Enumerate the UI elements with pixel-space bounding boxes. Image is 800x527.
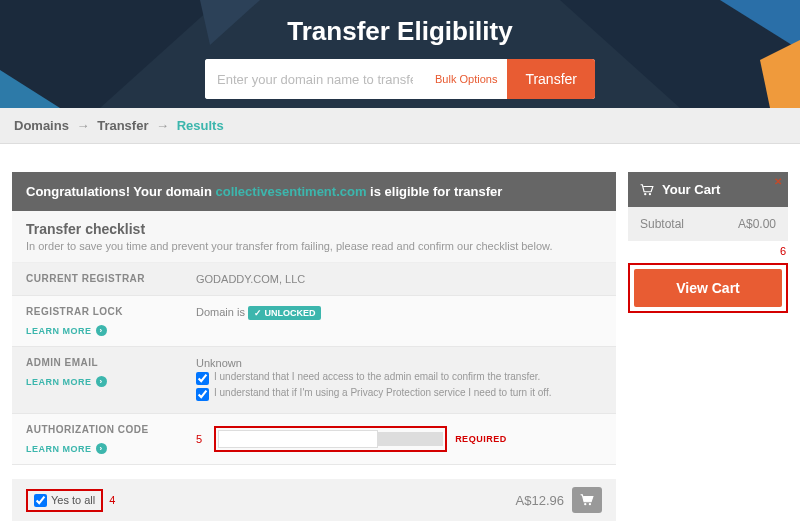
subtotal-label: Subtotal (640, 217, 684, 231)
subtotal-value: A$0.00 (738, 217, 776, 231)
banner-post: is eligible for transfer (366, 184, 502, 199)
svg-point-7 (584, 503, 586, 505)
svg-point-8 (589, 503, 591, 505)
admin-email-checkbox-1[interactable] (196, 372, 209, 385)
annotation-4: 4 (109, 494, 115, 506)
row-current-registrar: CURRENT REGISTRAR GODADDY.COM, LLC (12, 263, 616, 296)
admin-email-text-1: I understand that I need access to the a… (214, 371, 540, 382)
row-authorization-code: AUTHORIZATION CODE LEARN MORE › 5 REQUIR… (12, 414, 616, 465)
admin-email-text-2: I understand that if I'm using a Privacy… (214, 387, 551, 398)
svg-point-10 (649, 192, 651, 194)
row-registrar-lock: REGISTRAR LOCK LEARN MORE › Domain is UN… (12, 296, 616, 347)
price: A$12.96 (516, 493, 564, 508)
arrow-circle-icon: › (96, 443, 107, 454)
svg-point-9 (644, 192, 646, 194)
learn-more-link[interactable]: LEARN MORE › (26, 443, 107, 454)
row-label: CURRENT REGISTRAR (26, 273, 196, 285)
checklist-header: Transfer checklist In order to save you … (12, 211, 616, 263)
row-admin-email: ADMIN EMAIL LEARN MORE › Unknown I under… (12, 347, 616, 414)
breadcrumb-transfer[interactable]: Transfer (97, 118, 148, 133)
checklist-desc: In order to save you time and prevent yo… (26, 240, 602, 252)
admin-confirm-2[interactable]: I understand that if I'm using a Privacy… (196, 387, 602, 401)
annotation-box-5 (214, 426, 447, 452)
cart-subtotal-row: Subtotal A$0.00 (628, 207, 788, 241)
learn-more-text: LEARN MORE (26, 377, 92, 387)
cart-icon (580, 494, 594, 506)
yes-to-all-label: Yes to all (51, 494, 95, 506)
banner-pre: Congratulations! Your domain (26, 184, 215, 199)
annotation-box-6: View Cart (628, 263, 788, 313)
view-cart-button[interactable]: View Cart (634, 269, 782, 307)
row-label: REGISTRAR LOCK (26, 306, 196, 317)
banner-domain: collectivesentiment.com (215, 184, 366, 199)
learn-more-link[interactable]: LEARN MORE › (26, 325, 107, 336)
eligibility-banner: Congratulations! Your domain collectives… (12, 172, 616, 211)
breadcrumb-results: Results (177, 118, 224, 133)
admin-email-checkbox-2[interactable] (196, 388, 209, 401)
row-label: ADMIN EMAIL (26, 357, 196, 368)
footer-row: Yes to all 4 A$12.96 (12, 479, 616, 521)
required-label: REQUIRED (455, 434, 507, 444)
masked-value (378, 432, 443, 446)
page-title: Transfer Eligibility (0, 16, 800, 47)
chevron-right-icon: → (156, 118, 169, 133)
close-icon[interactable]: ✕ (774, 176, 782, 187)
arrow-circle-icon: › (96, 325, 107, 336)
main-panel: Congratulations! Your domain collectives… (12, 172, 616, 521)
admin-confirm-1[interactable]: I understand that I need access to the a… (196, 371, 602, 385)
bulk-options-link[interactable]: Bulk Options (425, 59, 507, 99)
learn-more-link[interactable]: LEARN MORE › (26, 376, 107, 387)
admin-email-value: Unknown (196, 357, 602, 369)
annotation-box-4: Yes to all (26, 489, 103, 512)
learn-more-text: LEARN MORE (26, 326, 92, 336)
lock-pre: Domain is (196, 306, 248, 318)
arrow-circle-icon: › (96, 376, 107, 387)
breadcrumb: Domains → Transfer → Results (0, 108, 800, 144)
checklist-title: Transfer checklist (26, 221, 602, 237)
chevron-right-icon: → (77, 118, 90, 133)
annotation-5: 5 (196, 433, 202, 445)
breadcrumb-domains[interactable]: Domains (14, 118, 69, 133)
cart-header: Your Cart ✕ (628, 172, 788, 207)
learn-more-text: LEARN MORE (26, 444, 92, 454)
cart-title: Your Cart (662, 182, 720, 197)
cart-icon (640, 184, 654, 196)
unlocked-badge: UNLOCKED (248, 306, 322, 320)
domain-input[interactable] (205, 59, 425, 99)
registrar-value: GODADDY.COM, LLC (196, 273, 602, 285)
yes-to-all-checkbox[interactable] (34, 494, 47, 507)
transfer-button[interactable]: Transfer (507, 59, 595, 99)
domain-search-bar: Bulk Options Transfer (205, 59, 595, 99)
annotation-6: 6 (628, 245, 788, 257)
hero: Transfer Eligibility Bulk Options Transf… (0, 0, 800, 108)
authorization-code-input[interactable] (218, 430, 378, 448)
cart-sidebar: Your Cart ✕ Subtotal A$0.00 6 View Cart (628, 172, 788, 313)
add-to-cart-button[interactable] (572, 487, 602, 513)
row-label: AUTHORIZATION CODE (26, 424, 196, 435)
